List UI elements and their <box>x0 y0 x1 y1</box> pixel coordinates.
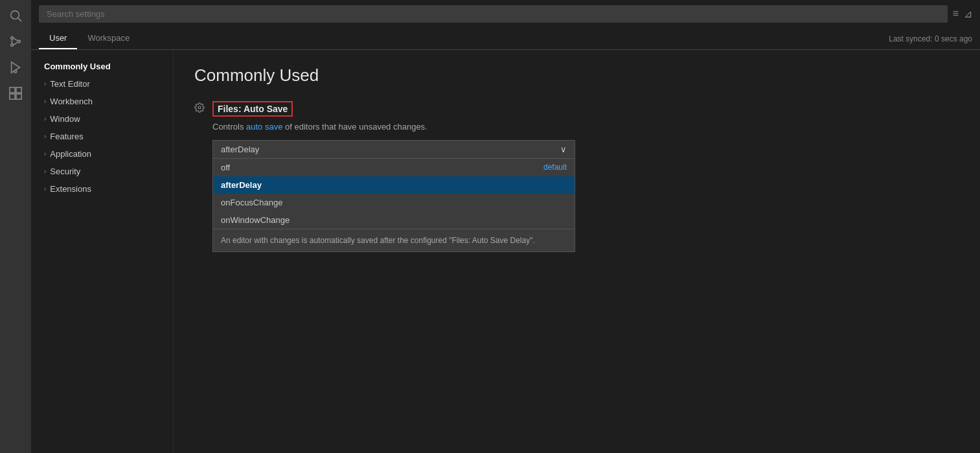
chevron-icon: › <box>44 80 46 87</box>
chevron-icon: › <box>44 185 46 192</box>
svg-point-2 <box>11 37 14 40</box>
svg-point-0 <box>11 11 19 19</box>
tab-user[interactable]: User <box>39 28 77 49</box>
search-input[interactable] <box>39 5 948 23</box>
search-bar: ≡ ⊿ <box>31 0 980 28</box>
sidebar-item-extensions[interactable]: › Extensions <box>31 180 173 198</box>
svg-line-1 <box>18 18 21 21</box>
svg-line-7 <box>13 42 17 45</box>
filter-lines-icon[interactable]: ≡ <box>953 8 959 20</box>
sidebar-item-application[interactable]: › Application <box>31 145 173 163</box>
dropdown-list: off default afterDelay onFocusChange onW… <box>212 159 575 252</box>
search-icon[interactable] <box>5 5 26 26</box>
dropdown-selected[interactable]: afterDelay ∨ <box>212 140 575 159</box>
setting-content: Files: Auto Save Controls auto save of e… <box>212 101 959 159</box>
setting-item-autosave: Files: Auto Save Controls auto save of e… <box>194 101 959 159</box>
dropdown-option-onwindowchange[interactable]: onWindowChange <box>213 211 575 229</box>
svg-line-6 <box>13 38 17 41</box>
activity-bar <box>0 0 31 453</box>
dropdown-option-afterdelay[interactable]: afterDelay <box>213 176 575 194</box>
setting-description: Controls auto save of editors that have … <box>212 121 959 134</box>
setting-title: Files: Auto Save <box>212 101 293 117</box>
chevron-icon: › <box>44 98 46 105</box>
sidebar-item-features[interactable]: › Features <box>31 128 173 145</box>
sidebar: Commonly Used › Text Editor › Workbench … <box>31 50 174 453</box>
dropdown-option-off[interactable]: off default <box>213 159 575 176</box>
gear-icon[interactable] <box>194 102 205 159</box>
search-actions: ≡ ⊿ <box>953 8 972 20</box>
svg-point-14 <box>198 106 201 109</box>
svg-rect-13 <box>16 94 21 99</box>
chevron-icon: › <box>44 150 46 157</box>
section-title: Commonly Used <box>194 65 959 86</box>
sidebar-item-security[interactable]: › Security <box>31 163 173 180</box>
last-synced: Last synced: 0 secs ago <box>889 34 972 43</box>
tab-workspace[interactable]: Workspace <box>77 28 140 49</box>
tabs-bar: User Workspace Last synced: 0 secs ago <box>31 28 980 50</box>
main-content: ≡ ⊿ User Workspace Last synced: 0 secs a… <box>31 0 980 453</box>
svg-rect-10 <box>10 87 15 93</box>
extensions-icon[interactable] <box>5 83 26 104</box>
chevron-icon: › <box>44 133 46 140</box>
chevron-icon: › <box>44 168 46 175</box>
run-debug-icon[interactable] <box>5 57 26 78</box>
svg-point-9 <box>14 71 17 73</box>
svg-rect-12 <box>10 94 15 99</box>
sidebar-item-workbench[interactable]: › Workbench <box>31 93 173 110</box>
default-label: default <box>543 163 567 172</box>
chevron-icon: › <box>44 115 46 122</box>
sidebar-item-commonly-used[interactable]: Commonly Used <box>31 58 173 75</box>
source-control-icon[interactable] <box>5 31 26 52</box>
svg-point-4 <box>18 40 21 43</box>
tabs: User Workspace <box>39 28 140 49</box>
dropdown-container: afterDelay ∨ off default afterDelay <box>212 140 575 159</box>
svg-point-3 <box>11 44 14 47</box>
dropdown-description: An editor with changes is automatically … <box>213 229 575 251</box>
auto-save-link[interactable]: auto save <box>246 122 282 132</box>
sidebar-item-text-editor[interactable]: › Text Editor <box>31 75 173 93</box>
funnel-icon[interactable]: ⊿ <box>964 8 972 20</box>
sidebar-item-window[interactable]: › Window <box>31 110 173 128</box>
svg-marker-8 <box>12 62 20 73</box>
dropdown-chevron-icon: ∨ <box>560 145 567 154</box>
content-area: Commonly Used › Text Editor › Workbench … <box>31 50 980 453</box>
svg-rect-11 <box>16 87 21 93</box>
dropdown-option-onfocuschange[interactable]: onFocusChange <box>213 194 575 211</box>
settings-panel: Commonly Used Files: Auto Save Controls … <box>174 50 980 453</box>
